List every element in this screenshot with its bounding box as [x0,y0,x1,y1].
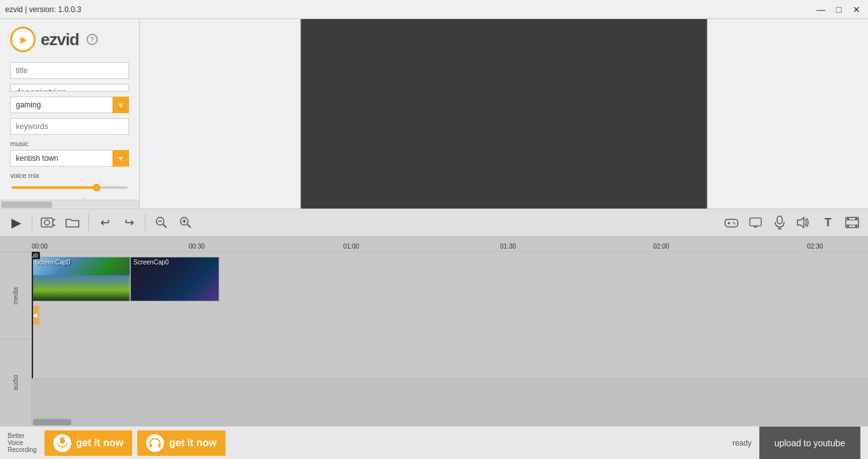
svg-rect-33 [158,444,161,448]
add-clip-icon [40,216,57,230]
title-input[interactable] [10,62,129,79]
svg-rect-16 [750,218,761,226]
maximize-button[interactable]: □ [832,3,845,16]
game-button[interactable] [721,212,742,233]
promo-label-1: get it now [76,437,124,449]
slider-wrap [10,182,129,191]
tick-1: 00:30 [189,243,205,250]
playhead: 00:00 [32,252,33,378]
timeline-hscroll-thumb [33,419,71,425]
form-area: gaming education entertainment ▼ music k… [0,60,139,200]
promo-button-1[interactable]: get it now [44,430,133,456]
audio-track[interactable] [32,379,868,417]
promo-text-3: Recording [8,446,37,453]
tick-3: 01:30 [500,243,516,250]
zoom-out-icon [155,216,168,229]
promo-area: Better Voice Recording get it now [8,430,226,456]
title-bar-text: ezvid | version: 1.0.0.3 [5,5,81,14]
promo-text-2: Voice [8,439,23,446]
left-scroll-thumb [1,202,52,208]
timeline-area: 00:00 00:30 01:00 01:30 02:00 02:30 medi… [0,236,868,426]
close-button[interactable]: ✕ [850,3,863,16]
title-bar: ezvid | version: 1.0.0.3 — □ ✕ [0,0,868,19]
timeline-ruler: 00:00 00:30 01:00 01:30 02:00 02:30 [0,236,868,252]
svg-marker-22 [797,217,804,228]
ruler-ticks: 00:00 00:30 01:00 01:30 02:00 02:30 [32,236,868,252]
clip-1[interactable]: ScreenCap0 [32,257,130,301]
zoom-in-button[interactable] [175,212,196,233]
category-select-wrap: gaming education entertainment ▼ [10,97,129,113]
music-select-wrap: kentish town option2 ▼ [10,150,129,167]
tick-2: 01:00 [343,243,359,250]
main-content: ezvid ? gaming education entertainment ▼… [0,19,868,209]
svg-point-14 [733,222,734,223]
promo-button-2[interactable]: get it now [137,430,226,456]
toolbar-right: T [721,212,863,233]
speaker-button[interactable] [793,212,815,233]
svg-rect-11 [725,219,738,227]
video-preview [301,19,707,209]
svg-line-10 [187,224,191,228]
music-select[interactable]: kentish town option2 [10,150,129,167]
toolbar-separator-3 [145,214,146,231]
toolbar-separator-1 [32,214,32,231]
category-select[interactable]: gaming education entertainment [10,97,129,113]
upload-to-youtube-button[interactable]: upload to youtube [759,427,860,460]
tick-4: 02:00 [653,243,669,250]
media-track[interactable]: 00:00 ScreenCap0 ScreenCap0 ◀ [32,252,868,379]
toolbar-separator-2 [88,214,89,231]
track-labels: media audio [0,252,32,426]
left-panel: ezvid ? gaming education entertainment ▼… [0,19,140,209]
svg-rect-30 [60,437,65,444]
undo-button[interactable]: ↩ [94,212,116,233]
status-area: ready upload to youtube [733,427,860,460]
add-media-button[interactable] [37,212,59,233]
speaker-icon [797,217,811,228]
keywords-input[interactable] [10,118,129,135]
zoom-out-button[interactable] [151,212,172,233]
help-icon[interactable]: ? [86,34,98,45]
clip-2[interactable]: ScreenCap0 [130,257,219,301]
svg-rect-0 [41,218,53,227]
zoom-in-icon [179,216,192,229]
redo-button[interactable]: ↪ [118,212,140,233]
mic-promo-icon [57,437,67,449]
right-panel [140,19,868,209]
playhead-arrow [32,252,35,257]
screen-button[interactable] [745,212,766,233]
title-bar-controls: — □ ✕ [815,3,863,16]
svg-line-6 [163,224,166,228]
svg-rect-29 [855,225,857,227]
description-input[interactable] [10,84,129,92]
promo-icon-1 [53,434,71,452]
svg-rect-27 [855,218,857,220]
clip-1-label: ScreenCap0 [35,259,71,266]
text-button[interactable]: T [817,212,839,233]
play-button[interactable]: ▶ [5,212,27,233]
timeline-hscroll[interactable] [32,417,868,426]
tracks-content: 00:00 ScreenCap0 ScreenCap0 ◀ [32,252,868,426]
svg-rect-28 [847,225,849,227]
headphone-promo-icon [149,437,161,449]
svg-point-1 [44,220,50,225]
promo-icon-2 [146,434,164,452]
music-label: music [10,140,129,147]
left-scrollbar[interactable] [0,200,139,209]
promo-text-1: Better [8,432,25,439]
gamepad-icon [724,217,739,228]
film-icon [845,217,859,228]
clip-2-label: ScreenCap0 [133,259,169,266]
open-button[interactable] [62,212,83,233]
voice-mix-slider[interactable] [11,186,128,189]
logo-area: ezvid ? [0,19,139,60]
minimize-button[interactable]: — [815,3,827,16]
audio-track-label: audio [0,339,31,426]
svg-rect-26 [847,218,849,220]
promo-label-2: get it now [169,437,217,449]
toolbar: ▶ ↩ ↪ [0,209,868,236]
film-button[interactable] [841,212,863,233]
media-track-label: media [0,252,31,339]
timeline-tracks: media audio 00:00 ScreenCap0 [0,252,868,426]
folder-icon [65,217,79,228]
mic-button[interactable] [769,212,790,233]
